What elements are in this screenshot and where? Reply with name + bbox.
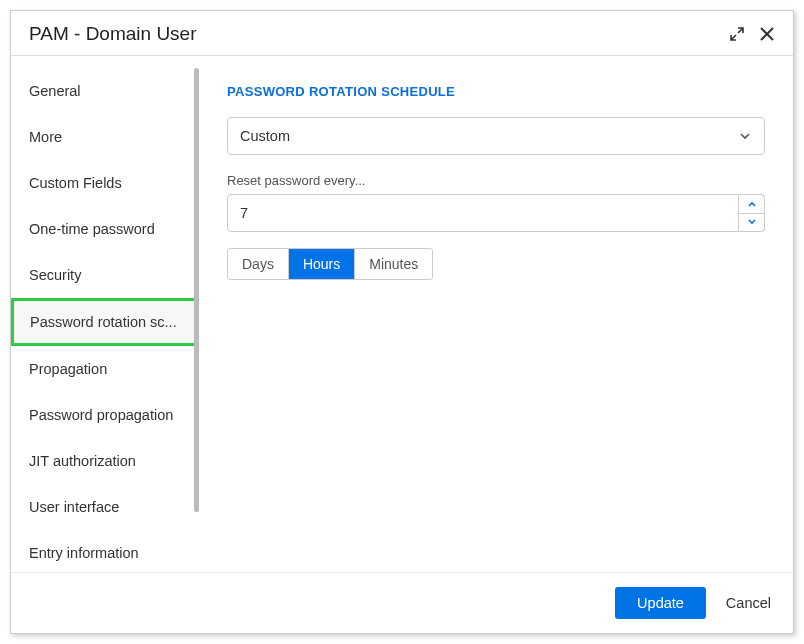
cancel-button[interactable]: Cancel <box>726 595 771 611</box>
stepper-up-button[interactable] <box>739 194 765 213</box>
sidebar-item-general[interactable]: General <box>11 68 199 114</box>
segment-days[interactable]: Days <box>228 249 289 279</box>
stepper-buttons <box>739 194 765 232</box>
sidebar-item-one-time-password[interactable]: One-time password <box>11 206 199 252</box>
sidebar: General More Custom Fields One-time pass… <box>11 56 199 572</box>
reset-interval-stepper <box>227 194 765 232</box>
reset-interval-input[interactable] <box>227 194 739 232</box>
sidebar-item-security[interactable]: Security <box>11 252 199 298</box>
header-controls <box>729 26 775 42</box>
sidebar-item-password-rotation-schedule[interactable]: Password rotation sc... <box>11 298 199 346</box>
schedule-type-select[interactable]: Custom <box>227 117 765 155</box>
time-unit-segments: Days Hours Minutes <box>227 248 433 280</box>
sidebar-item-propagation[interactable]: Propagation <box>11 346 199 392</box>
content-panel: PASSWORD ROTATION SCHEDULE Custom Reset … <box>199 56 793 572</box>
sidebar-item-user-interface[interactable]: User interface <box>11 484 199 530</box>
dialog-body: General More Custom Fields One-time pass… <box>11 56 793 572</box>
expand-icon[interactable] <box>729 26 745 42</box>
dialog-title: PAM - Domain User <box>29 23 197 45</box>
dialog-window: PAM - Domain User General More Custom Fi… <box>10 10 794 634</box>
close-icon[interactable] <box>759 26 775 42</box>
section-heading: PASSWORD ROTATION SCHEDULE <box>227 84 765 99</box>
sidebar-scrollbar[interactable] <box>194 68 199 512</box>
sidebar-item-more[interactable]: More <box>11 114 199 160</box>
dialog-header: PAM - Domain User <box>11 11 793 56</box>
stepper-down-button[interactable] <box>739 213 765 233</box>
update-button[interactable]: Update <box>615 587 706 619</box>
segment-minutes[interactable]: Minutes <box>355 249 432 279</box>
dialog-footer: Update Cancel <box>11 572 793 633</box>
reset-interval-label: Reset password every... <box>227 173 765 188</box>
sidebar-item-password-propagation[interactable]: Password propagation <box>11 392 199 438</box>
schedule-type-value: Custom <box>240 128 290 144</box>
sidebar-item-entry-information[interactable]: Entry information <box>11 530 199 572</box>
chevron-down-icon <box>738 129 752 143</box>
sidebar-item-jit-authorization[interactable]: JIT authorization <box>11 438 199 484</box>
sidebar-item-custom-fields[interactable]: Custom Fields <box>11 160 199 206</box>
segment-hours[interactable]: Hours <box>289 249 355 279</box>
